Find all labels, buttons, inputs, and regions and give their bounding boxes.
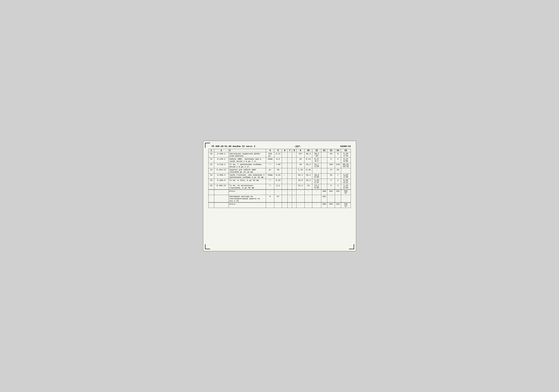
cell-code: 8-406-2	[214, 173, 229, 179]
cell-c8: -	[292, 184, 297, 190]
cell-c14: 7	[335, 173, 341, 179]
cell-c7: -	[288, 179, 292, 184]
cell-c10: 28,I	[304, 173, 312, 179]
cell-c6: -	[282, 179, 288, 184]
corner-bracket-bl	[205, 244, 210, 249]
cell-desc: То же, по металлокон-струкциям, ø до 50 …	[229, 184, 266, 190]
nakl-row: Накладные расходы на электромонтажные ра…	[208, 195, 351, 202]
cell-c14: 26	[335, 168, 341, 173]
cell-num: I6	[208, 184, 214, 190]
cell-c6: -	[282, 163, 288, 168]
cell-c7: -	[288, 173, 292, 179]
table-row: II 8-I49-I Кабель АВВГ, проложен-ный в т…	[208, 157, 351, 163]
cell-c15: 6,652,49	[341, 173, 351, 179]
cell-unit: I00м	[266, 157, 274, 163]
cell-c10: I6,2	[304, 179, 312, 184]
cell-c12: -	[321, 184, 327, 190]
cell-c9: 29,9	[297, 179, 304, 184]
cell-num: I0	[208, 152, 214, 157]
cell-c12: -	[321, 157, 327, 163]
corner-bracket-br	[349, 244, 354, 249]
cell-c11: 50,516	[312, 152, 321, 157]
cell-c7: -	[288, 157, 292, 163]
cell-qty: 56	[274, 168, 282, 173]
cell-c10: 0,46	[304, 168, 312, 173]
cell-c12: -	[321, 168, 327, 173]
nakl-desc: Накладные расходы на электромонтажные ра…	[229, 195, 266, 202]
cell-c8: -	[292, 179, 297, 184]
cell-unit: -"-	[266, 163, 274, 168]
cell-c6: -	[282, 157, 288, 163]
itogo-row-1: Итого - - - - - - - - 390 652 232 I4647	[208, 190, 351, 195]
cell-c9: 48	[297, 163, 304, 168]
cell-c15: -	[341, 168, 351, 173]
cell-unit: -"-	[266, 179, 274, 184]
cell-code: 8-I53-2I	[214, 168, 229, 173]
cell-unit: I00 шт.	[266, 152, 274, 157]
cell-c12: -	[321, 163, 327, 168]
page-number: -227-	[294, 145, 301, 148]
cell-num: I4	[208, 173, 214, 179]
cell-c9: I,33	[297, 168, 304, 173]
cell-c15: 89,5428,48	[341, 163, 351, 168]
cell-c13: 5	[327, 157, 335, 163]
cell-c14: 2	[335, 179, 341, 184]
col-header-15: I5	[341, 149, 351, 152]
cell-code: 8-I46-I	[214, 163, 229, 168]
cell-c13: 4	[327, 179, 335, 184]
cell-c12: -	[321, 179, 327, 184]
cell-c6: -	[282, 152, 288, 157]
cell-c11: 0,270,1	[312, 157, 321, 163]
table-row: I5 8-406-6 То же, в полу, ø до 50 мм -"-…	[208, 179, 351, 184]
cell-num: II	[208, 157, 214, 163]
col-header-1: 1	[208, 149, 214, 152]
doc-number: 10286/19	[340, 145, 351, 148]
cell-c13: I6	[327, 173, 335, 179]
cell-c8: -	[292, 163, 297, 168]
col-header-13: I3	[327, 149, 335, 152]
cell-code: 8-406-6	[214, 179, 229, 184]
col-header-3: 3	[229, 149, 266, 152]
table-row: I6 8-406-I2 То же, по металлокон-струкци…	[208, 184, 351, 190]
cell-qty: 0,5	[274, 157, 282, 163]
cell-c14: 8	[335, 152, 341, 157]
cell-c7: -	[288, 184, 292, 190]
cell-qty: 0,I5	[274, 179, 282, 184]
cell-c6: -	[282, 184, 288, 190]
cell-c7: -	[288, 168, 292, 173]
cell-unit: шт	[266, 168, 274, 173]
table-row: I2 8-I46-I То же, с креплением скобами, …	[208, 163, 351, 168]
col-header-7: 7	[288, 149, 292, 152]
column-header-row: 1 2 3 4 5 6 7 8 9 I0 II I2 I3 I4 I5	[208, 149, 351, 152]
col-header-14: I4	[335, 149, 341, 152]
cell-unit: I00м	[266, 173, 274, 179]
cell-c7: -	[288, 163, 292, 168]
cell-c14: I28	[335, 163, 341, 168]
cell-c9: 64,I	[297, 173, 304, 179]
col-header-2: 2	[214, 149, 229, 152]
cell-c14: 2	[335, 184, 341, 190]
itogo-label-2: Итого	[229, 202, 266, 208]
cell-qty: 0,I	[274, 184, 282, 190]
cell-c10: 6,24	[304, 157, 312, 163]
cell-c8: -	[292, 168, 297, 173]
col-header-8: 8	[292, 149, 297, 152]
cell-code: 8-406-I2	[214, 184, 229, 190]
cell-desc: То же, с креплением скобами, весом I м д…	[229, 163, 266, 168]
cell-c10: 68,3	[304, 152, 312, 157]
cell-c13: 5	[327, 184, 335, 190]
col-header-9: 9	[297, 149, 304, 152]
cell-unit: -"-	[266, 184, 274, 190]
itogo-row-2: Итого - - - - - - - - 390 854 232 I4647	[208, 202, 351, 208]
cell-num: I2	[208, 163, 214, 168]
col-header-4: 4	[266, 149, 274, 152]
cell-c9: I67	[297, 152, 304, 157]
cell-c14: 3	[335, 157, 341, 163]
cell-num: I5	[208, 179, 214, 184]
cell-qty: 0,II	[274, 152, 282, 157]
cell-c8: -	[292, 152, 297, 157]
cell-desc: Труба стальная, про-ложенная с крепление…	[229, 173, 266, 179]
cell-qty: 7,05	[274, 163, 282, 168]
cell-desc: То же, в полу, ø до 50 мм	[229, 179, 266, 184]
table-row: I4 8-406-2 Труба стальная, про-ложенная …	[208, 173, 351, 179]
